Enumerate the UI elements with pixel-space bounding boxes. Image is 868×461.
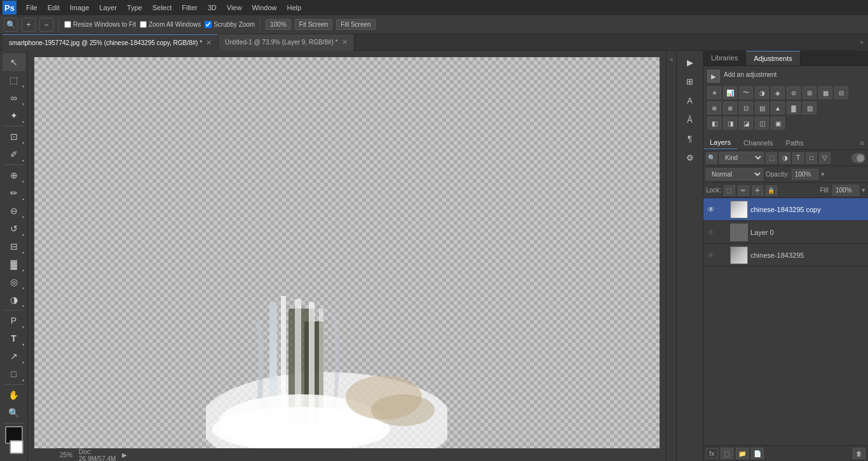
- crop-tool-button[interactable]: ⊡▾: [3, 128, 25, 145]
- hand-tool-button[interactable]: ✋: [3, 386, 25, 404]
- layer-item-0[interactable]: 👁 chinese-1843295 copy: [703, 198, 868, 221]
- opacity-dropdown[interactable]: ▾: [821, 170, 825, 178]
- adj-photofilter[interactable]: ⊟: [834, 86, 848, 99]
- lock-all-button[interactable]: 🔒: [766, 185, 777, 196]
- scrubby-zoom-checkbox[interactable]: [205, 21, 212, 28]
- shape-tool-button[interactable]: □▾: [3, 365, 25, 383]
- filter-toggle[interactable]: [851, 153, 865, 163]
- type-icon[interactable]: Ā: [680, 110, 700, 128]
- paragraph-icon[interactable]: ¶: [680, 130, 700, 147]
- adj-icon-e[interactable]: ▣: [771, 117, 785, 130]
- zoom-all-windows-check[interactable]: Zoom All Windows: [140, 21, 201, 28]
- menu-file[interactable]: File: [22, 3, 42, 13]
- layer-item-2[interactable]: 👁 chinese-1843295: [703, 244, 868, 267]
- new-group-button[interactable]: 📁: [736, 448, 749, 459]
- adj-icon-d[interactable]: ◫: [755, 117, 769, 130]
- menu-3d[interactable]: 3D: [203, 3, 221, 13]
- adj-threshold[interactable]: ▲: [771, 102, 785, 114]
- lasso-tool-button[interactable]: ∞▾: [3, 89, 25, 107]
- zoom-percent-button[interactable]: 100%: [266, 19, 291, 30]
- menu-select[interactable]: Select: [148, 3, 177, 13]
- menu-edit[interactable]: Edit: [43, 3, 64, 13]
- menu-filter[interactable]: Filter: [177, 3, 201, 13]
- menu-type[interactable]: Type: [123, 3, 147, 13]
- layer-1-visibility[interactable]: 👁: [706, 227, 716, 237]
- adj-invert[interactable]: ⊡: [739, 102, 753, 114]
- adj-icon-c[interactable]: ◪: [739, 117, 753, 130]
- scrubby-zoom-check[interactable]: Scrubby Zoom: [205, 21, 255, 28]
- zoom-out-button[interactable]: −: [39, 18, 53, 32]
- filter-pixel-icon[interactable]: ⬚: [766, 152, 777, 164]
- adj-bw[interactable]: ▦: [818, 86, 832, 99]
- heal-tool-button[interactable]: ⊕▾: [3, 166, 25, 184]
- layer-2-visibility[interactable]: 👁: [706, 250, 716, 260]
- adjustments-tab[interactable]: Adjustments: [746, 51, 801, 65]
- magic-wand-button[interactable]: ✦▾: [3, 107, 25, 124]
- history-brush-button[interactable]: ↺▾: [3, 220, 25, 237]
- blur-tool-button[interactable]: ◎▾: [3, 273, 25, 291]
- zoom-options-icon[interactable]: 🔍: [4, 18, 18, 32]
- move-tool-button[interactable]: ↖: [3, 53, 25, 71]
- eraser-tool-button[interactable]: ⊟▾: [3, 237, 25, 255]
- adj-icon-a[interactable]: ◧: [707, 117, 721, 130]
- layers-panel-menu[interactable]: ≡: [857, 137, 868, 149]
- opacity-input[interactable]: [792, 169, 818, 180]
- zoom-in-button[interactable]: +: [22, 18, 36, 32]
- tab-0-close[interactable]: ✕: [206, 39, 212, 47]
- adj-vibrance[interactable]: ◈: [771, 86, 785, 99]
- brush-tool-button[interactable]: ✏▾: [3, 184, 25, 202]
- adj-gradient[interactable]: ▓: [787, 102, 801, 114]
- tab-1-close[interactable]: ✕: [342, 38, 348, 46]
- delete-layer-button[interactable]: 🗑: [853, 448, 865, 459]
- paths-tab[interactable]: Paths: [780, 137, 810, 149]
- gradient-tool-button[interactable]: ▓▾: [3, 255, 25, 273]
- fx-button[interactable]: fx: [706, 448, 718, 458]
- zoom-tool-button[interactable]: 🔍: [3, 404, 25, 422]
- resize-windows-checkbox[interactable]: [64, 21, 71, 28]
- filter-shape-icon[interactable]: □: [806, 152, 817, 164]
- menu-layer[interactable]: Layer: [95, 3, 121, 13]
- adj-selectivecolor[interactable]: ▧: [803, 102, 817, 114]
- new-layer-button[interactable]: 📄: [751, 448, 764, 459]
- layer-item-1[interactable]: 👁 Layer 0: [703, 221, 868, 244]
- zoom-all-checkbox[interactable]: [140, 21, 147, 28]
- path-select-button[interactable]: ↗▾: [3, 347, 25, 365]
- fill-input[interactable]: [832, 185, 859, 196]
- adj-brightness[interactable]: ☀: [707, 86, 721, 99]
- adj-channelmixer[interactable]: ⊕: [707, 102, 721, 114]
- filter-adjust-icon[interactable]: ◑: [779, 152, 790, 164]
- fit-screen-button[interactable]: Fit Screen: [295, 19, 333, 30]
- tab-0[interactable]: smartphone-1957742.jpg @ 25% (chinese-18…: [3, 34, 219, 51]
- pen-tool-button[interactable]: P▾: [3, 312, 25, 330]
- layer-0-visibility[interactable]: 👁: [706, 204, 716, 215]
- status-arrow[interactable]: ▶: [122, 451, 127, 458]
- adj-curves[interactable]: 〜: [739, 86, 753, 99]
- libraries-icon[interactable]: ⊞: [680, 72, 700, 90]
- dodge-tool-button[interactable]: ◑▾: [3, 291, 25, 309]
- tab-1[interactable]: Untitled-1 @ 73.9% (Layer 9, RGB/8#) * ✕: [219, 34, 354, 51]
- clone-tool-button[interactable]: ⊖▾: [3, 202, 25, 220]
- menu-view[interactable]: View: [222, 3, 247, 13]
- lock-position-button[interactable]: ✛: [752, 185, 763, 196]
- panel-toggle[interactable]: «: [666, 51, 676, 461]
- adj-icon-b[interactable]: ◨: [723, 117, 737, 130]
- add-mask-button[interactable]: ⬚: [721, 448, 733, 459]
- filter-sm-icon[interactable]: ▽: [819, 152, 831, 164]
- menu-help[interactable]: Help: [283, 3, 306, 13]
- adj-posterize[interactable]: ▤: [755, 102, 769, 114]
- adj-exposure[interactable]: ◑: [755, 86, 769, 99]
- play-button[interactable]: ▶: [680, 53, 700, 71]
- filter-kind-select[interactable]: Kind: [719, 152, 764, 164]
- tab-expand-button[interactable]: »: [855, 34, 868, 51]
- adj-colorlookup[interactable]: ⊗: [723, 102, 737, 114]
- channels-tab[interactable]: Channels: [737, 137, 779, 149]
- adj-play-button[interactable]: ▶: [707, 70, 720, 83]
- adj-hsl[interactable]: ⊘: [787, 86, 801, 99]
- adj-levels[interactable]: 📊: [723, 86, 737, 99]
- adj-colorbalance[interactable]: ⊞: [803, 86, 817, 99]
- background-color[interactable]: [10, 440, 24, 454]
- marquee-tool-button[interactable]: ⬚▾: [3, 71, 25, 89]
- menu-window[interactable]: Window: [247, 3, 281, 13]
- lock-transparent-button[interactable]: ⬚: [724, 185, 735, 196]
- lock-pixels-button[interactable]: ✏: [738, 185, 749, 196]
